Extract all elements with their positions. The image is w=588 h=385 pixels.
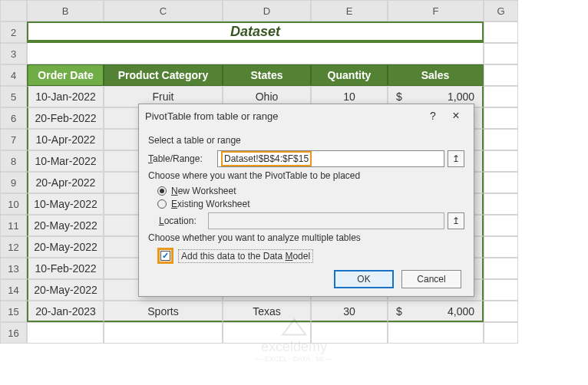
sheet-title[interactable]: Dataset	[27, 21, 484, 43]
cell[interactable]	[484, 279, 518, 301]
radio-icon	[157, 199, 167, 209]
table-range-label: Table/Range:	[148, 153, 217, 164]
help-button[interactable]: ?	[421, 110, 444, 122]
cell-sales[interactable]: $4,000	[388, 301, 484, 322]
cell[interactable]	[484, 258, 518, 279]
cell[interactable]	[484, 150, 518, 172]
dialog-titlebar[interactable]: PivotTable from table or range ? ×	[139, 104, 474, 127]
col-header[interactable]: B	[27, 0, 104, 21]
cell-date[interactable]: 10-Apr-2022	[27, 129, 104, 150]
cell[interactable]	[484, 43, 518, 64]
dialog-title-text: PivotTable from table or range	[145, 110, 421, 122]
cell[interactable]	[484, 193, 518, 215]
cell[interactable]	[388, 322, 484, 344]
col-header[interactable]: C	[104, 0, 223, 21]
ok-button[interactable]: OK	[334, 270, 394, 288]
row-header[interactable]: 4	[0, 64, 27, 86]
add-to-data-model[interactable]: ✓ Add this data to the Data Model	[148, 248, 464, 264]
cell-date[interactable]: 10-Mar-2022	[27, 150, 104, 172]
row-header[interactable]: 10	[0, 193, 27, 215]
cell-date[interactable]: 20-Jan-2023	[27, 301, 104, 322]
cell[interactable]	[104, 322, 223, 344]
col-header[interactable]: E	[311, 0, 388, 21]
table-range-value: Dataset!$B$4:$F$15	[221, 151, 312, 166]
checkbox-label: Add this data to the Data Model	[178, 249, 313, 263]
col-header[interactable]: F	[388, 0, 484, 21]
table-header[interactable]: Order Date	[27, 64, 104, 86]
radio-existing-worksheet[interactable]: Existing Worksheet	[148, 199, 464, 209]
row-header[interactable]: 16	[0, 322, 27, 344]
cell[interactable]	[484, 236, 518, 258]
cell-date[interactable]: 20-Apr-2022	[27, 172, 104, 193]
cell-qty[interactable]: 30	[311, 301, 388, 322]
row-header[interactable]: 11	[0, 215, 27, 236]
collapse-dialog-button[interactable]: ↥	[448, 150, 464, 167]
pivottable-dialog: PivotTable from table or range ? × Selec…	[138, 104, 474, 297]
row-header[interactable]: 12	[0, 236, 27, 258]
col-header[interactable]: G	[484, 0, 518, 21]
highlight-box: ✓	[157, 248, 173, 264]
cell[interactable]	[484, 64, 518, 86]
table-header[interactable]: Quantity	[311, 64, 388, 86]
cell-category[interactable]: Sports	[104, 301, 223, 322]
cell[interactable]	[484, 107, 518, 129]
corner-cell	[0, 0, 27, 21]
row-header[interactable]: 13	[0, 258, 27, 279]
row-header[interactable]: 14	[0, 279, 27, 301]
collapse-dialog-button[interactable]: ↥	[448, 212, 464, 229]
radio-label: Existing Worksheet	[171, 199, 250, 209]
select-range-label: Select a table or range	[148, 135, 464, 146]
cell[interactable]	[484, 21, 518, 43]
multi-tables-label: Choose whether you want to analyze multi…	[148, 232, 464, 243]
row-header[interactable]: 5	[0, 86, 27, 107]
cell[interactable]	[27, 43, 484, 64]
cell[interactable]	[223, 322, 311, 344]
location-input[interactable]	[208, 212, 444, 229]
cell-date[interactable]: 10-Feb-2022	[27, 258, 104, 279]
col-header[interactable]: D	[223, 0, 311, 21]
row-header[interactable]: 6	[0, 107, 27, 129]
cell-date[interactable]: 10-Jan-2022	[27, 86, 104, 107]
cell[interactable]	[484, 86, 518, 107]
close-button[interactable]: ×	[444, 109, 467, 123]
row-header[interactable]: 7	[0, 129, 27, 150]
cell[interactable]	[484, 172, 518, 193]
cell[interactable]	[484, 301, 518, 322]
cell-date[interactable]: 20-May-2022	[27, 279, 104, 301]
cell-date[interactable]: 20-Feb-2022	[27, 107, 104, 129]
table-header[interactable]: Sales	[388, 64, 484, 86]
cell-date[interactable]: 20-May-2022	[27, 236, 104, 258]
table-header[interactable]: States	[223, 64, 311, 86]
cell[interactable]	[484, 322, 518, 344]
checkbox-icon: ✓	[160, 251, 170, 261]
table-header[interactable]: Product Category	[104, 64, 223, 86]
location-label: Location:	[148, 216, 208, 226]
cell[interactable]	[311, 322, 388, 344]
cancel-button[interactable]: Cancel	[401, 270, 461, 288]
cell-date[interactable]: 20-May-2022	[27, 215, 104, 236]
cell[interactable]	[484, 129, 518, 150]
row-header[interactable]: 2	[0, 21, 27, 43]
cell-state[interactable]: Texas	[223, 301, 311, 322]
row-header[interactable]: 15	[0, 301, 27, 322]
row-header[interactable]: 9	[0, 172, 27, 193]
row-header[interactable]: 8	[0, 150, 27, 172]
table-range-input[interactable]: Dataset!$B$4:$F$15	[217, 150, 444, 167]
radio-icon	[157, 186, 167, 196]
cell-date[interactable]: 10-May-2022	[27, 193, 104, 215]
cell[interactable]	[27, 322, 104, 344]
row-header[interactable]: 3	[0, 43, 27, 64]
radio-new-worksheet[interactable]: New Worksheet	[148, 186, 464, 196]
radio-label: New Worksheet	[171, 186, 236, 196]
cell[interactable]	[484, 215, 518, 236]
placement-label: Choose where you want the PivotTable to …	[148, 170, 464, 181]
